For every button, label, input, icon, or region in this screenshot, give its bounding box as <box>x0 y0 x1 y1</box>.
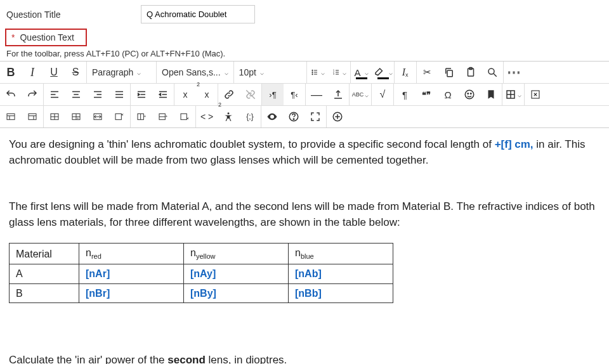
subscript-button[interactable]: x2 <box>196 84 218 105</box>
spellcheck-button[interactable]: ABC⌵ <box>350 84 371 105</box>
table-cell-button[interactable] <box>44 106 65 127</box>
math-button[interactable]: √ <box>372 84 393 105</box>
layout-2-button[interactable] <box>22 106 43 127</box>
variable-nAr: [nAr] <box>86 268 110 279</box>
font-color-button[interactable]: A⌵ <box>351 62 372 83</box>
paste-button[interactable] <box>460 62 481 83</box>
svg-rect-12 <box>447 70 452 77</box>
svg-rect-49 <box>29 114 36 119</box>
help-button[interactable] <box>283 106 304 127</box>
fullscreen-button[interactable] <box>304 106 326 127</box>
find-button[interactable] <box>481 62 503 83</box>
editor-content[interactable]: You are designing a 'thin' lens achromat… <box>0 128 609 364</box>
pilcrow-button[interactable]: ¶ <box>394 84 416 105</box>
question-title-input[interactable] <box>141 5 255 23</box>
template-button[interactable]: {;} <box>239 106 261 127</box>
preview-button[interactable] <box>261 106 283 127</box>
editor-toolbar: B I U S Paragraph⌵ Open Sans,s...⌵ 10pt⌵… <box>0 61 609 128</box>
svg-text:3: 3 <box>333 73 334 75</box>
paragraph-3: Calculate the 'in air' power of the seco… <box>9 353 600 364</box>
svg-point-76 <box>293 119 294 120</box>
variable-nAb: [nAb] <box>295 268 322 279</box>
svg-point-0 <box>311 70 313 71</box>
table-row: A [nAr] [nAy] [nAb] <box>10 264 393 283</box>
more-button[interactable]: ⋯ <box>504 62 525 83</box>
italic-button[interactable]: I <box>22 62 43 83</box>
emoji-button[interactable] <box>459 84 480 105</box>
add-button[interactable] <box>327 106 348 127</box>
svg-point-15 <box>488 68 494 74</box>
insert-file-button[interactable] <box>327 84 349 105</box>
variable-f: +[f] cm, <box>495 138 534 150</box>
numbered-list-button[interactable]: 123 ⌵ <box>329 62 350 83</box>
materials-table: Material nred nyellow nblue A [nAr] [nAy… <box>9 243 393 303</box>
variable-nAy: [nAy] <box>190 268 216 279</box>
align-center-button[interactable] <box>65 84 87 105</box>
bold-button[interactable]: B <box>0 62 22 83</box>
special-char-button[interactable]: Ω <box>437 84 459 105</box>
svg-line-16 <box>494 74 497 77</box>
font-size-dropdown[interactable]: 10pt⌵ <box>234 62 307 83</box>
svg-rect-70 <box>181 114 187 119</box>
code-button[interactable]: < > <box>196 106 218 127</box>
bullet-list-button[interactable]: ⌵ <box>307 62 329 83</box>
align-justify-button[interactable] <box>108 84 130 105</box>
table-delete-button[interactable] <box>108 106 130 127</box>
table-row: B [nBr] [nBy] [nBb] <box>10 283 393 302</box>
bookmark-button[interactable] <box>480 84 502 105</box>
svg-point-38 <box>468 93 469 94</box>
paragraph-dropdown[interactable]: Paragraph⌵ <box>87 62 157 83</box>
align-right-button[interactable] <box>87 84 108 105</box>
svg-text:+: + <box>165 114 167 119</box>
copy-button[interactable] <box>438 62 460 83</box>
variable-nBb: [nBb] <box>295 288 322 299</box>
outdent-button[interactable] <box>152 84 174 105</box>
table-header-row: Material nred nyellow nblue <box>10 244 393 264</box>
paragraph-2: The first lens will be made from Materia… <box>9 199 600 230</box>
undo-button[interactable] <box>0 84 22 105</box>
table-span-button[interactable] <box>87 106 108 127</box>
accessibility-button[interactable] <box>218 106 239 127</box>
paragraph-1: You are designing a 'thin' lens achromat… <box>9 137 600 168</box>
svg-rect-46 <box>7 114 15 119</box>
link-button[interactable] <box>218 84 240 105</box>
svg-point-73 <box>228 112 230 114</box>
underline-button[interactable]: U <box>43 62 65 83</box>
table-edit-button[interactable]: + <box>65 106 87 127</box>
svg-text:+: + <box>143 114 146 119</box>
font-family-dropdown[interactable]: Open Sans,s...⌵ <box>157 62 234 83</box>
row-insert-button[interactable]: + <box>152 106 174 127</box>
question-title-label: Question Title <box>6 10 133 20</box>
blockquote-button[interactable]: ❝❞ <box>416 84 437 105</box>
col-insert-button[interactable]: + <box>131 106 152 127</box>
toolbar-hint: For the toolbar, press ALT+F10 (PC) or A… <box>0 48 609 61</box>
align-left-button[interactable] <box>44 84 65 105</box>
table-button[interactable]: ⌵ <box>502 84 524 105</box>
cell-delete-button[interactable] <box>174 106 195 127</box>
strikethrough-button[interactable]: S <box>65 62 86 83</box>
svg-point-4 <box>311 74 313 75</box>
variable-nBy: [nBy] <box>190 288 216 299</box>
cut-button[interactable]: ✂ <box>417 62 438 83</box>
indent-button[interactable] <box>131 84 152 105</box>
svg-point-74 <box>272 116 273 118</box>
delete-button[interactable] <box>525 84 546 105</box>
variable-nBr: [nBr] <box>86 288 110 299</box>
redo-button[interactable] <box>22 84 43 105</box>
clear-formatting-button[interactable]: Ix <box>395 62 416 83</box>
question-text-label: *Question Text <box>5 29 87 46</box>
svg-point-39 <box>471 93 472 94</box>
rtl-button[interactable]: ¶‹ <box>284 84 305 105</box>
unlink-button[interactable] <box>240 84 261 105</box>
layout-1-button[interactable] <box>0 106 22 127</box>
superscript-button[interactable]: x2 <box>174 84 196 105</box>
svg-text:+: + <box>77 116 79 120</box>
ltr-button[interactable]: ›¶ <box>262 84 284 105</box>
svg-point-37 <box>465 90 474 99</box>
hr-button[interactable]: — <box>306 84 327 105</box>
svg-rect-61 <box>115 114 121 119</box>
highlight-color-button[interactable]: ⌵ <box>372 62 394 83</box>
svg-point-2 <box>311 72 313 73</box>
